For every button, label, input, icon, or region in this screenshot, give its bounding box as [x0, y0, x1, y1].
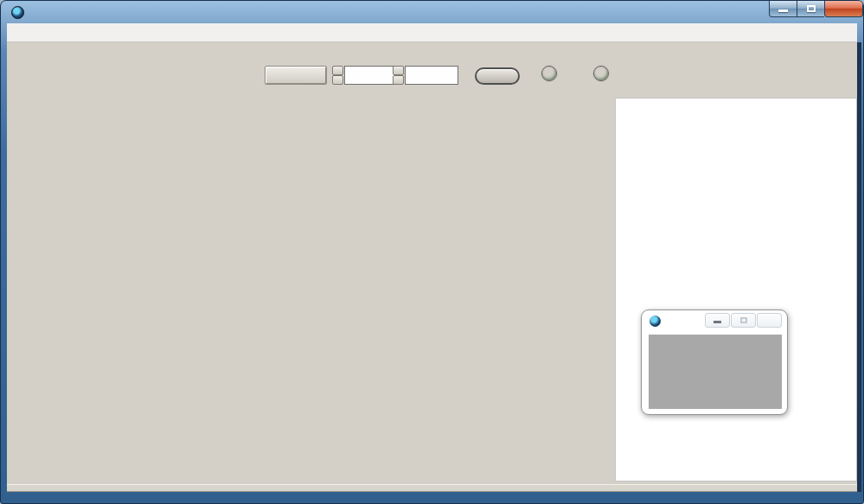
spin-up-icon[interactable] [332, 66, 343, 75]
app-window [0, 0, 864, 504]
spin-down-icon[interactable] [332, 75, 343, 85]
spin-down-icon[interactable] [393, 75, 404, 85]
app-icon [11, 6, 24, 19]
right-ear-overload-led [593, 66, 609, 81]
amplitude-control [393, 66, 459, 85]
menu-bar [7, 23, 857, 42]
show-cursor-toggle[interactable] [475, 67, 520, 85]
frequency-control [332, 66, 399, 85]
minimize-icon [714, 321, 721, 323]
pass-dialog-titlebar[interactable] [642, 310, 787, 331]
pass-result-panel [654, 340, 777, 404]
show-cursor-control [475, 67, 520, 85]
pass-dialog-icon [650, 316, 661, 327]
amplitude-spinner[interactable] [393, 66, 404, 85]
title-bar[interactable] [1, 1, 864, 23]
amplitude-input[interactable] [405, 66, 458, 85]
toolbar [7, 42, 857, 96]
output-level-dropdown[interactable] [265, 66, 327, 85]
maximize-button[interactable] [797, 1, 824, 17]
pass-result-frame [649, 335, 782, 409]
pass-dialog-minimize-button[interactable] [705, 313, 730, 328]
left-ear-overload-led [541, 66, 557, 81]
close-button[interactable] [824, 1, 863, 17]
spin-up-icon[interactable] [393, 66, 404, 75]
client-area [7, 42, 857, 492]
output-level-control [265, 66, 327, 85]
pass-dialog[interactable] [641, 309, 788, 415]
status-strip [7, 484, 857, 492]
pass-dialog-maximize-button[interactable] [731, 313, 756, 328]
results-table [615, 98, 857, 482]
minimize-icon [778, 10, 788, 12]
frame-edge [857, 42, 861, 492]
frequency-input[interactable] [344, 66, 398, 85]
measurement-chart [7, 96, 621, 492]
frequency-spinner[interactable] [332, 66, 343, 85]
maximize-icon [807, 5, 816, 12]
pass-dialog-close-button[interactable] [757, 313, 782, 328]
maximize-icon [740, 317, 747, 323]
minimize-button[interactable] [769, 1, 797, 17]
